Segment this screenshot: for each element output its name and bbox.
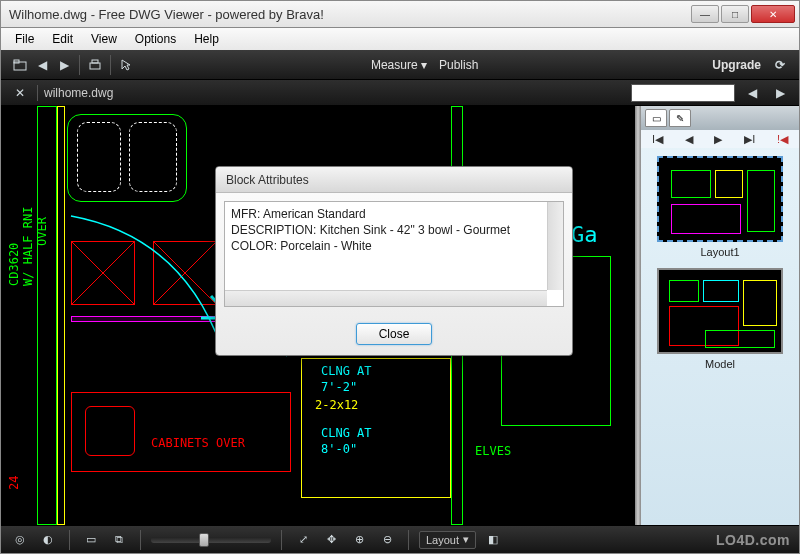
nav-prev-icon[interactable]: ◀ [685,133,693,146]
cad-label: CD3620 [7,243,21,286]
upgrade-link[interactable]: Upgrade [712,58,761,72]
cad-label: Ga [571,222,598,247]
measure-menu[interactable]: Measure ▾ [371,58,427,72]
measure-label: Measure [371,58,418,72]
nav-next-icon[interactable]: ▶ [53,54,75,76]
dialog-title[interactable]: Block Attributes [216,167,572,193]
divider [37,85,38,101]
publish-menu[interactable]: Publish [439,58,478,72]
status-extent-icon[interactable]: ◎ [9,529,31,551]
menu-view[interactable]: View [83,30,125,48]
divider [69,530,70,550]
window-title: Wilhome.dwg - Free DWG Viewer - powered … [9,7,691,22]
cad-label: 7'-2" [321,380,357,394]
file-tab-bar: ✕ wilhome.dwg ◀ ▶ [1,80,799,106]
sidebar-nav: I◀ ◀ ▶ ▶I !◀ [641,130,799,148]
close-button[interactable]: Close [356,323,433,345]
sidebar-tab-bookmarks-icon[interactable]: ✎ [669,109,691,127]
scrollbar-vertical[interactable] [547,202,563,290]
cad-label: CLNG AT [321,426,372,440]
layout-selector[interactable]: Layout ▾ [419,531,476,549]
toolbar-center: Measure ▾ Publish [137,58,712,72]
thumbnail-label: Model [657,358,783,370]
search-prev-icon[interactable]: ◀ [741,82,763,104]
cad-label: ELVES [475,444,511,458]
cad-bowl [129,122,177,192]
cad-dim: 24 [7,476,21,490]
menu-help[interactable]: Help [186,30,227,48]
divider [281,530,282,550]
status-bar: ◎ ◐ ▭ ⧉ ⤢ ✥ ⊕ ⊖ Layout ▾ ◧ [1,525,799,553]
print-icon[interactable] [84,54,106,76]
minimize-button[interactable]: — [691,5,719,23]
attributes-list[interactable]: MFR: American Standard DESCRIPTION: Kitc… [224,201,564,307]
app-body: ◀ ▶ Measure ▾ Publish Upgrade ⟳ ✕ wilhom… [0,50,800,554]
panel-toggle-icon[interactable]: ◧ [482,529,504,551]
thumbnail-sidebar: ▭ ✎ I◀ ◀ ▶ ▶I !◀ [641,106,799,525]
block-attributes-dialog: Block Attributes MFR: American Standard … [215,166,573,356]
cad-label: 2-2x12 [315,398,358,412]
chevron-down-icon: ▾ [463,533,469,546]
status-page-icon[interactable]: ▭ [80,529,102,551]
cad-label: OVER [35,217,49,246]
thumbnail-item[interactable]: Model [657,268,783,370]
nav-next-icon[interactable]: ▶ [714,133,722,146]
zoom-slider-handle[interactable] [199,533,209,547]
scrollbar-horizontal[interactable] [225,290,547,306]
nav-warn-icon[interactable]: !◀ [777,133,788,146]
zoom-slider[interactable] [151,537,271,543]
nav-prev-icon[interactable]: ◀ [31,54,53,76]
zoom-out-icon[interactable]: ⊖ [376,529,398,551]
sidebar-tab-pages-icon[interactable]: ▭ [645,109,667,127]
main-toolbar: ◀ ▶ Measure ▾ Publish Upgrade ⟳ [1,50,799,80]
thumbnail-preview [657,156,783,242]
sidebar-tabs: ▭ ✎ [641,106,799,130]
pan-icon[interactable]: ✥ [320,529,342,551]
cad-label: CABINETS OVER [151,436,245,450]
cad-sink2 [85,406,135,456]
zoom-in-icon[interactable]: ⊕ [348,529,370,551]
svg-rect-3 [92,60,98,63]
divider [140,530,141,550]
dialog-body: MFR: American Standard DESCRIPTION: Kitc… [216,193,572,315]
window-controls: — □ ✕ [691,5,795,23]
layout-selector-label: Layout [426,534,459,546]
status-color-icon[interactable]: ◐ [37,529,59,551]
cad-label: CLNG AT [321,364,372,378]
window-titlebar: Wilhome.dwg - Free DWG Viewer - powered … [0,0,800,28]
search-next-icon[interactable]: ▶ [769,82,791,104]
status-copy-icon[interactable]: ⧉ [108,529,130,551]
cad-label: W/ HALF RNI [21,207,35,286]
attribute-row: DESCRIPTION: Kitchen Sink - 42" 3 bowl -… [231,222,557,238]
attribute-row: COLOR: Porcelain - White [231,238,557,254]
current-file-tab[interactable]: wilhome.dwg [44,86,113,100]
close-tab-icon[interactable]: ✕ [9,82,31,104]
thumbnail-preview [657,268,783,354]
pointer-icon[interactable] [115,54,137,76]
close-button[interactable]: ✕ [751,5,795,23]
cad-wall [37,106,57,525]
maximize-button[interactable]: □ [721,5,749,23]
attribute-row: MFR: American Standard [231,206,557,222]
menu-edit[interactable]: Edit [44,30,81,48]
menu-bar: File Edit View Options Help [0,28,800,50]
toolbar-right: Upgrade ⟳ [712,54,791,76]
menu-options[interactable]: Options [127,30,184,48]
menu-file[interactable]: File [7,30,42,48]
thumbnail-label: Layout1 [657,246,783,258]
divider [408,530,409,550]
svg-rect-2 [90,63,100,69]
nav-last-icon[interactable]: ▶I [744,133,755,146]
toolbar-separator [110,55,111,75]
search-input[interactable] [631,84,735,102]
dialog-buttons: Close [216,315,572,355]
refresh-icon[interactable]: ⟳ [769,54,791,76]
nav-first-icon[interactable]: I◀ [652,133,663,146]
open-file-icon[interactable] [9,54,31,76]
thumbnail-list: Layout1 Model [641,148,799,525]
thumbnail-item[interactable]: Layout1 [657,156,783,258]
zoom-window-icon[interactable]: ⤢ [292,529,314,551]
cad-bowl [77,122,121,192]
toolbar-separator [79,55,80,75]
cad-label: 8'-0" [321,442,357,456]
